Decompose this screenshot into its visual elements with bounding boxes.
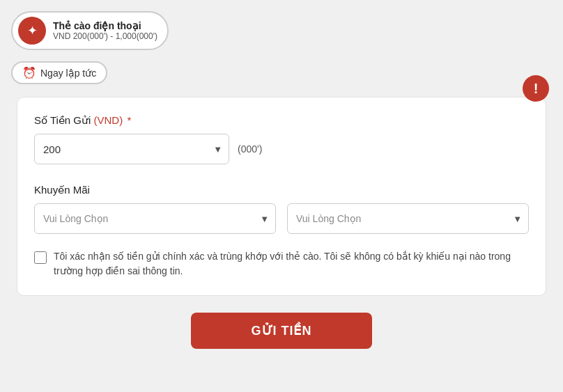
instant-badge: ⏰ Ngay lập tức: [11, 61, 107, 84]
phone-topup-badge: ✦ Thẻ cào điện thoại VND 200(000') - 1,0…: [11, 11, 169, 50]
amount-select-wrap: 200 500 1,000 ▼: [34, 134, 229, 164]
promo-select-1[interactable]: Vui Lòng Chọn: [34, 203, 276, 234]
clock-icon: ⏰: [22, 66, 36, 79]
phone-topup-icon: ✦: [18, 17, 46, 45]
confirmation-row: Tôi xác nhận số tiền gửi chính xác và tr…: [34, 249, 529, 279]
instant-label: Ngay lập tức: [40, 68, 96, 79]
promo-label: Khuyến Mãi: [34, 184, 529, 196]
promo-select-wrap-1: Vui Lòng Chọn ▼: [34, 203, 276, 234]
form-card: Số Tiền Gửi (VND) * 200 500 1,000 ▼ (000…: [17, 97, 546, 296]
amount-row: 200 500 1,000 ▼ (000'): [34, 134, 529, 164]
alert-icon: !: [523, 75, 549, 102]
confirmation-text[interactable]: Tôi xác nhận số tiền gửi chính xác và tr…: [54, 249, 529, 279]
promo-select-2[interactable]: Vui Lòng Chọn: [287, 203, 529, 234]
badge-subtitle: VND 200(000') - 1,000(000'): [53, 31, 157, 41]
badge-title: Thẻ cào điện thoại: [53, 20, 157, 31]
amount-unit: (000'): [238, 143, 262, 155]
confirmation-checkbox[interactable]: [34, 251, 47, 264]
submit-button[interactable]: GỬI TIỀN: [191, 313, 372, 349]
badge-text: Thẻ cào điện thoại VND 200(000') - 1,000…: [53, 20, 157, 41]
amount-select[interactable]: 200 500 1,000: [34, 134, 229, 164]
promo-select-wrap-2: Vui Lòng Chọn ▼: [287, 203, 529, 234]
promo-row: Vui Lòng Chọn ▼ Vui Lòng Chọn ▼: [34, 203, 529, 234]
amount-label: Số Tiền Gửi (VND) *: [34, 114, 529, 127]
